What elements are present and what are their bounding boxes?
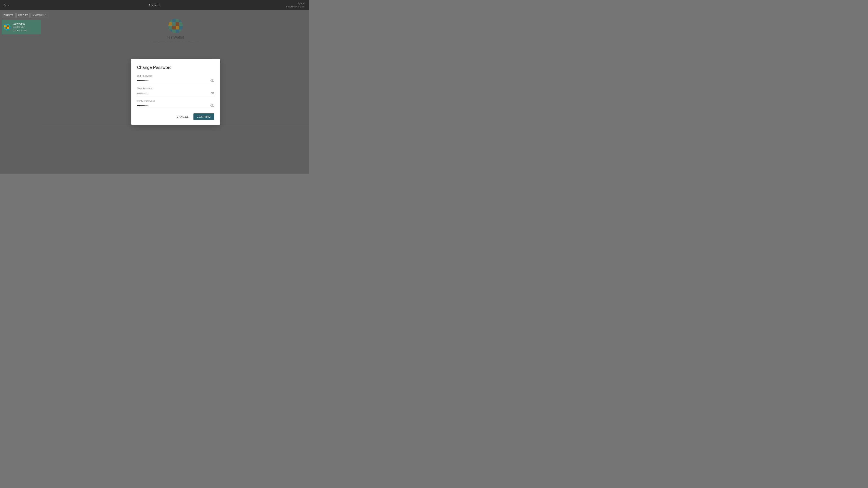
new-password-input[interactable] <box>137 91 214 96</box>
back-icon[interactable]: ‹ <box>8 3 9 7</box>
svg-rect-12 <box>4 29 5 31</box>
verify-password-input-wrap <box>137 103 214 108</box>
svg-rect-5 <box>5 26 7 27</box>
svg-rect-9 <box>5 27 7 29</box>
svg-rect-2 <box>7 24 9 26</box>
new-password-input-wrap <box>137 91 214 96</box>
main-layout: CREATE IMPORT MNEMONIC <box>0 10 309 174</box>
svg-rect-13 <box>5 29 7 31</box>
verify-password-group: Verify Password <box>137 100 214 108</box>
new-password-toggle-icon[interactable] <box>210 91 214 95</box>
change-password-dialog: Change Password Old Password <box>131 59 220 125</box>
verify-password-label: Verify Password <box>137 100 214 102</box>
svg-rect-0 <box>4 24 5 26</box>
dialog-title: Change Password <box>137 65 214 70</box>
page-title: Account <box>149 3 160 7</box>
svg-rect-11 <box>9 27 10 29</box>
verify-password-input[interactable] <box>137 103 214 108</box>
topbar: ⌂ ‹ Account Synced Best Block: 81,071 <box>0 0 309 10</box>
old-password-group: Old Password <box>137 75 214 83</box>
sync-status: Synced <box>286 2 306 5</box>
old-password-label: Old Password <box>137 75 214 77</box>
old-password-toggle-icon[interactable] <box>210 79 214 83</box>
wallet-info: testWallet 0.000 / VET 0.000 / VTHO <box>13 22 39 32</box>
svg-rect-15 <box>9 29 10 31</box>
topbar-left: ⌂ ‹ <box>3 3 9 7</box>
cancel-button[interactable]: CANCEL <box>174 113 192 120</box>
old-password-input[interactable] <box>137 78 214 83</box>
svg-rect-14 <box>7 29 9 31</box>
svg-rect-8 <box>4 27 5 29</box>
create-button[interactable]: CREATE <box>2 13 16 18</box>
old-password-input-wrap <box>137 78 214 83</box>
avatar <box>4 24 10 31</box>
wallet-name: testWallet <box>13 22 39 25</box>
verify-password-toggle-icon[interactable] <box>210 104 214 108</box>
wallet-list-item[interactable]: testWallet 0.000 / VET 0.000 / VTHO <box>2 20 41 34</box>
confirm-button[interactable]: CONFIRM <box>193 113 214 120</box>
dialog-actions: CANCEL CONFIRM <box>137 113 214 120</box>
svg-rect-6 <box>7 26 9 27</box>
wallet-balance-vet: 0.000 / VET <box>13 25 39 29</box>
sidebar-action-buttons: CREATE IMPORT MNEMONIC <box>2 13 41 18</box>
svg-rect-7 <box>9 26 10 27</box>
svg-rect-1 <box>5 24 7 26</box>
import-button[interactable]: IMPORT <box>16 13 30 18</box>
svg-rect-10 <box>7 27 9 29</box>
content-area: testWallet 0xd210124fd018ba2f6c3b10ed9ca… <box>42 10 309 174</box>
svg-rect-3 <box>9 24 10 26</box>
sidebar: CREATE IMPORT MNEMONIC <box>0 10 42 174</box>
best-block: Best Block: 81,071 <box>286 5 306 8</box>
modal-overlay: Change Password Old Password <box>42 10 309 174</box>
wallet-balance-vtho: 0.000 / VTHO <box>13 29 39 32</box>
new-password-label: New Password <box>137 87 214 90</box>
new-password-group: New Password <box>137 87 214 96</box>
svg-rect-4 <box>4 26 5 27</box>
sync-status-area: Synced Best Block: 81,071 <box>286 2 306 8</box>
home-icon[interactable]: ⌂ <box>3 3 6 7</box>
